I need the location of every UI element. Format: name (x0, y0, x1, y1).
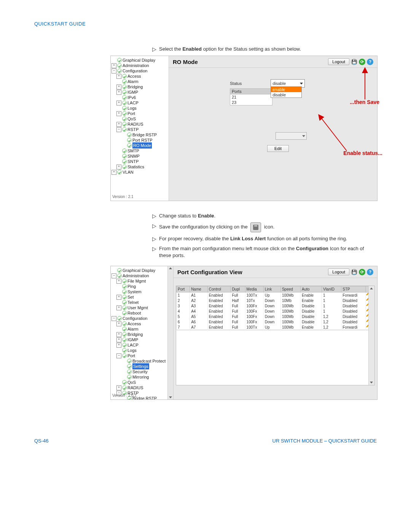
secondary-select[interactable] (276, 132, 307, 140)
table-row[interactable]: 3A3EnabledFull100FxDown100MbDisable1Disa… (177, 303, 374, 308)
nav-settings[interactable]: Settings (112, 364, 168, 369)
table-row[interactable]: 7A7EnabledFull100TxUp100MbEnable1,2Forwa… (177, 324, 374, 330)
instruction-5: ▷ From the main port configuration menu … (152, 245, 377, 259)
version-label: Version : 2.0.1 (112, 393, 137, 399)
port-table: Port Name Control Dupl Media Link Speed … (176, 286, 375, 385)
save-icon (250, 222, 261, 232)
footer-title: UR SWITCH MODULE – QUICKSTART GUIDE (272, 438, 377, 444)
table-row[interactable]: 5A5EnabledFull100FxDown100MbDisable1,2Di… (177, 314, 374, 319)
logout-button[interactable]: Logout (328, 58, 349, 65)
nav-tree[interactable]: Graphical Display −Administration +File … (111, 266, 174, 399)
status-dropdown[interactable]: enable disable (271, 86, 302, 98)
port-row: 23 (230, 100, 272, 105)
triangle-icon: ▷ (152, 235, 159, 242)
col-port[interactable]: Port (177, 286, 190, 292)
col-speed[interactable]: Speed (280, 286, 300, 292)
help-icon[interactable]: ? (367, 59, 373, 65)
col-media[interactable]: Media (245, 286, 263, 292)
col-name[interactable]: Name (190, 286, 208, 292)
screenshot-ro-mode: Graphical Display +Administration −Confi… (110, 56, 378, 201)
logout-button[interactable]: Logout (328, 268, 349, 275)
triangle-icon: ▷ (152, 245, 159, 252)
port-row: 21 (230, 94, 272, 100)
chevron-down-icon (300, 83, 303, 85)
option-disable[interactable]: disable (271, 92, 301, 97)
help-icon[interactable]: ? (367, 269, 373, 275)
edit-button[interactable]: Edit (267, 145, 289, 152)
page-number: QS-46 (34, 438, 49, 444)
svg-line-1 (320, 117, 347, 151)
option-enable[interactable]: enable (271, 87, 301, 92)
col-link[interactable]: Link (263, 286, 280, 292)
page-header: QUICKSTART GUIDE (34, 21, 377, 27)
ports-header: Ports (230, 89, 272, 94)
scrollbar[interactable] (167, 266, 173, 399)
save-icon[interactable]: 💾 (351, 59, 357, 65)
save-icon[interactable]: 💾 (351, 269, 357, 275)
annotation-save: ...then Save (350, 99, 379, 105)
table-row[interactable]: 6A6EnabledFull100FxDown100MbDisable1,2Di… (177, 319, 374, 324)
triangle-icon: ▷ (152, 212, 159, 219)
table-row[interactable]: 4A4EnabledFull100FxDown100MbDisable1Disa… (177, 308, 374, 314)
arrow-annotation (312, 113, 350, 155)
version-label: Version : 2.1 (112, 194, 134, 200)
instruction-2: ▷ Change status to Enable. (152, 212, 377, 219)
panel-title: RO Mode (173, 59, 198, 65)
status-select[interactable]: disable enable disable (271, 79, 305, 88)
col-control[interactable]: Control (207, 286, 231, 292)
panel-title: Port Configuration View (177, 269, 242, 275)
col-auto[interactable]: Auto (301, 286, 322, 292)
screenshot-port-config: Graphical Display −Administration +File … (110, 266, 378, 400)
instruction-1: ▷ Select the Enabled option for the Stat… (152, 46, 377, 53)
table-row[interactable]: 1A1EnabledFull100TxUp100MbEnable1Forward… (177, 292, 374, 298)
nav-ro-mode[interactable]: RO Mode (112, 143, 168, 148)
col-stp[interactable]: STP (341, 286, 366, 292)
triangle-icon: ▷ (152, 222, 159, 229)
instruction-4: ▷ For proper recovery, disable the Link … (152, 235, 377, 242)
scrollbar[interactable] (368, 286, 374, 385)
status-label: Status (230, 81, 242, 86)
refresh-icon[interactable]: ⟳ (359, 269, 365, 275)
table-row[interactable]: 2A2EnabledHalf10TxDown10MbEnable1Disable… (177, 298, 374, 303)
col-vlan[interactable]: VlanID (322, 286, 341, 292)
col-dupl[interactable]: Dupl (231, 286, 245, 292)
nav-tree[interactable]: Graphical Display +Administration −Confi… (111, 56, 169, 201)
instruction-3: ▷ Save the configuration by clicking on … (152, 222, 377, 232)
refresh-icon[interactable]: ⟳ (359, 59, 365, 65)
triangle-icon: ▷ (152, 46, 159, 53)
annotation-enable: Enable status... (343, 150, 382, 156)
